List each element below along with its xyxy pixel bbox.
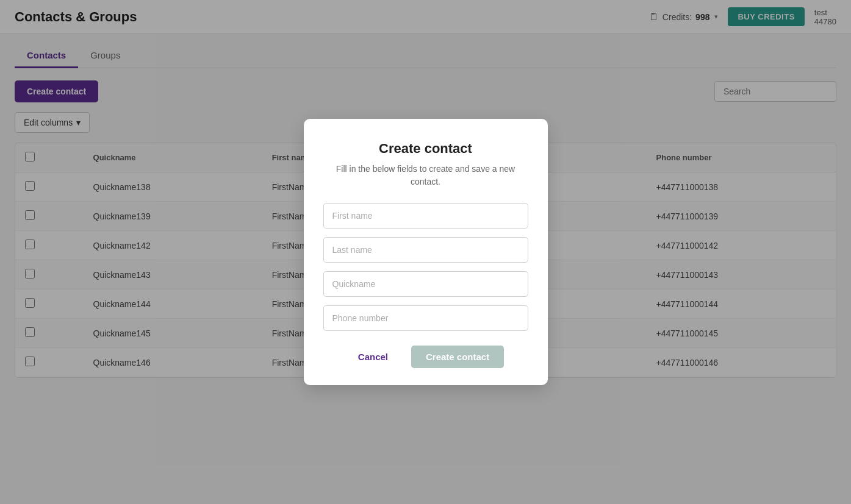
modal-subtitle: Fill in the below fields to create and s… <box>323 163 528 188</box>
lastname-input[interactable] <box>323 237 528 263</box>
phone-field <box>323 305 528 331</box>
modal-title: Create contact <box>323 141 528 157</box>
firstname-field <box>323 203 528 229</box>
quickname-input[interactable] <box>323 271 528 297</box>
modal-actions: Cancel Create contact <box>323 346 528 368</box>
lastname-field <box>323 237 528 263</box>
cancel-button[interactable]: Cancel <box>347 346 399 368</box>
firstname-input[interactable] <box>323 203 528 229</box>
quickname-field <box>323 271 528 297</box>
create-contact-modal: Create contact Fill in the below fields … <box>304 119 548 385</box>
modal-overlay[interactable]: Create contact Fill in the below fields … <box>0 0 851 504</box>
modal-create-contact-button[interactable]: Create contact <box>411 346 504 368</box>
phone-input[interactable] <box>323 305 528 331</box>
